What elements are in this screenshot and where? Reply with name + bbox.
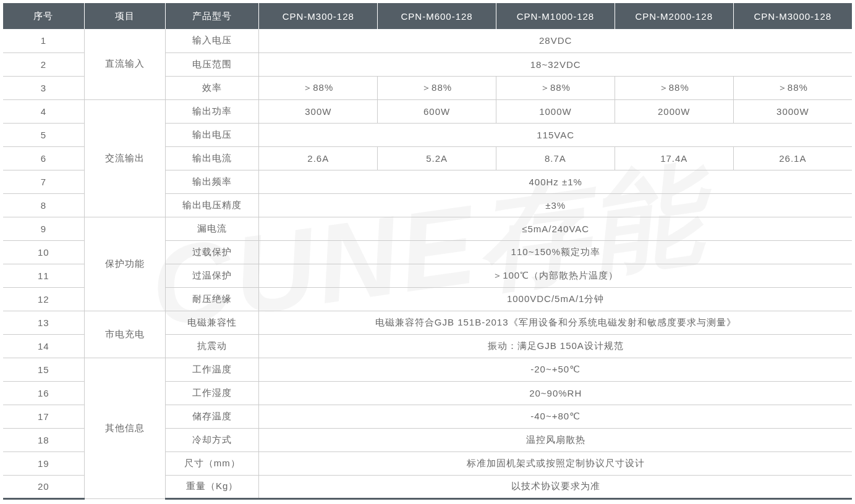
- value-cell: 8.7A: [496, 146, 615, 170]
- value-cell: ＞88%: [615, 76, 733, 99]
- value-cell: 以技术协议要求为准: [259, 475, 852, 498]
- value-cell: 2000W: [615, 99, 733, 123]
- param-cell: 工作温度: [165, 358, 258, 381]
- category-cell: 市电充电: [84, 311, 165, 358]
- value-cell: 标准加固机架式或按照定制协议尺寸设计: [259, 452, 852, 475]
- param-cell: 耐压绝缘: [165, 287, 258, 311]
- param-cell: 输出功率: [165, 99, 258, 123]
- header-row: 序号 项目 产品型号 CPN-M300-128 CPN-M600-128 CPN…: [3, 3, 852, 29]
- category-cell: 其他信息: [84, 358, 165, 498]
- seq-cell: 5: [3, 123, 84, 146]
- table-row: 13 市电充电 电磁兼容性 电磁兼容符合GJB 151B-2013《军用设备和分…: [3, 311, 852, 334]
- value-cell: 18~32VDC: [259, 52, 852, 76]
- param-cell: 输出电压精度: [165, 193, 258, 217]
- spec-table: 序号 项目 产品型号 CPN-M300-128 CPN-M600-128 CPN…: [3, 3, 852, 500]
- param-cell: 尺寸（mm）: [165, 452, 258, 475]
- header-m5: CPN-M3000-128: [733, 3, 852, 29]
- value-cell: 5.2A: [378, 146, 496, 170]
- table-row: 15 其他信息 工作温度 -20~+50℃: [3, 358, 852, 381]
- value-cell: 26.1A: [733, 146, 852, 170]
- param-cell: 输出频率: [165, 170, 258, 193]
- param-cell: 冷却方式: [165, 428, 258, 452]
- value-cell: 600W: [378, 99, 496, 123]
- value-cell: 110~150%额定功率: [259, 240, 852, 264]
- param-cell: 输出电流: [165, 146, 258, 170]
- seq-cell: 2: [3, 52, 84, 76]
- seq-cell: 18: [3, 428, 84, 452]
- seq-cell: 19: [3, 452, 84, 475]
- value-cell: 28VDC: [259, 29, 852, 52]
- value-cell: 20~90%RH: [259, 381, 852, 405]
- seq-cell: 13: [3, 311, 84, 334]
- param-cell: 电压范围: [165, 52, 258, 76]
- seq-cell: 10: [3, 240, 84, 264]
- header-m4: CPN-M2000-128: [615, 3, 733, 29]
- value-cell: ＞88%: [733, 76, 852, 99]
- header-m3: CPN-M1000-128: [496, 3, 615, 29]
- seq-cell: 17: [3, 405, 84, 428]
- value-cell: ≤5mA/240VAC: [259, 217, 852, 240]
- header-category: 项目: [84, 3, 165, 29]
- header-model: 产品型号: [165, 3, 258, 29]
- param-cell: 过温保护: [165, 264, 258, 287]
- seq-cell: 7: [3, 170, 84, 193]
- value-cell: ＞88%: [496, 76, 615, 99]
- seq-cell: 14: [3, 334, 84, 358]
- param-cell: 抗震动: [165, 334, 258, 358]
- seq-cell: 16: [3, 381, 84, 405]
- param-cell: 储存温度: [165, 405, 258, 428]
- value-cell: 115VAC: [259, 123, 852, 146]
- param-cell: 电磁兼容性: [165, 311, 258, 334]
- value-cell: -20~+50℃: [259, 358, 852, 381]
- seq-cell: 15: [3, 358, 84, 381]
- value-cell: -40~+80℃: [259, 405, 852, 428]
- seq-cell: 20: [3, 475, 84, 498]
- seq-cell: 6: [3, 146, 84, 170]
- header-m1: CPN-M300-128: [259, 3, 378, 29]
- value-cell: 17.4A: [615, 146, 733, 170]
- value-cell: ＞100℃（内部散热片温度）: [259, 264, 852, 287]
- param-cell: 输入电压: [165, 29, 258, 52]
- value-cell: ±3%: [259, 193, 852, 217]
- value-cell: 1000W: [496, 99, 615, 123]
- value-cell: 300W: [259, 99, 378, 123]
- param-cell: 工作湿度: [165, 381, 258, 405]
- category-cell: 保护功能: [84, 217, 165, 311]
- category-cell: 直流输入: [84, 29, 165, 99]
- param-cell: 过载保护: [165, 240, 258, 264]
- value-cell: 温控风扇散热: [259, 428, 852, 452]
- param-cell: 漏电流: [165, 217, 258, 240]
- header-seq: 序号: [3, 3, 84, 29]
- value-cell: 3000W: [733, 99, 852, 123]
- seq-cell: 11: [3, 264, 84, 287]
- value-cell: 2.6A: [259, 146, 378, 170]
- table-row: 9 保护功能 漏电流 ≤5mA/240VAC: [3, 217, 852, 240]
- seq-cell: 1: [3, 29, 84, 52]
- value-cell: 1000VDC/5mA/1分钟: [259, 287, 852, 311]
- category-cell: 交流输出: [84, 99, 165, 217]
- param-cell: 重量（Kg）: [165, 475, 258, 498]
- seq-cell: 12: [3, 287, 84, 311]
- value-cell: ＞88%: [378, 76, 496, 99]
- header-m2: CPN-M600-128: [378, 3, 496, 29]
- param-cell: 效率: [165, 76, 258, 99]
- value-cell: 电磁兼容符合GJB 151B-2013《军用设备和分系统电磁发射和敏感度要求与测…: [259, 311, 852, 334]
- table-row: 4 交流输出 输出功率 300W 600W 1000W 2000W 3000W: [3, 99, 852, 123]
- value-cell: 振动：满足GJB 150A设计规范: [259, 334, 852, 358]
- seq-cell: 3: [3, 76, 84, 99]
- value-cell: ＞88%: [259, 76, 378, 99]
- value-cell: 400Hz ±1%: [259, 170, 852, 193]
- seq-cell: 9: [3, 217, 84, 240]
- param-cell: 输出电压: [165, 123, 258, 146]
- table-row: 1 直流输入 输入电压 28VDC: [3, 29, 852, 52]
- seq-cell: 4: [3, 99, 84, 123]
- seq-cell: 8: [3, 193, 84, 217]
